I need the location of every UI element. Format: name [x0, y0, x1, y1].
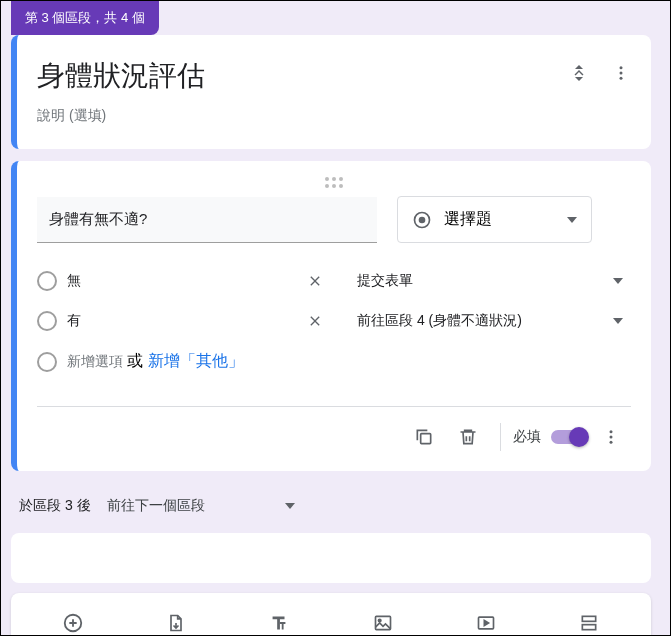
svg-point-8: [610, 441, 613, 444]
collapse-section-icon[interactable]: [559, 53, 599, 93]
svg-point-6: [610, 430, 613, 433]
section-title[interactable]: 身體狀況評估: [37, 57, 631, 95]
or-text: 或: [127, 352, 147, 369]
add-title-icon[interactable]: [261, 605, 297, 635]
remove-option-icon[interactable]: [307, 313, 347, 329]
question-type-label: 選擇題: [444, 209, 492, 230]
dropdown-arrow-icon: [285, 503, 295, 509]
goto-label: 提交表單: [357, 272, 413, 290]
section-badge: 第 3 個區段，共 4 個: [11, 1, 159, 35]
svg-rect-14: [583, 625, 596, 630]
svg-point-7: [610, 436, 613, 439]
svg-point-2: [620, 77, 623, 80]
option-text-input[interactable]: 無: [67, 272, 297, 290]
after-section-select[interactable]: 前往下一個區段: [107, 497, 295, 515]
divider: [37, 406, 631, 407]
after-section-value: 前往下一個區段: [107, 497, 205, 515]
add-other-button[interactable]: 新增「其他」: [148, 352, 244, 369]
required-toggle[interactable]: [551, 430, 587, 444]
radio-icon: [412, 210, 432, 230]
after-section-row: 於區段 3 後 前往下一個區段: [11, 481, 651, 533]
dropdown-arrow-icon: [613, 278, 623, 284]
section-header-card[interactable]: 身體狀況評估 說明 (選填): [11, 35, 651, 149]
add-section-icon[interactable]: [571, 605, 607, 635]
floating-toolbar: [11, 593, 651, 635]
add-question-icon[interactable]: [55, 605, 91, 635]
radio-empty-icon: [37, 271, 57, 291]
more-options-icon[interactable]: [591, 417, 631, 457]
next-card-placeholder[interactable]: [11, 533, 651, 583]
svg-point-11: [378, 619, 381, 622]
goto-label: 前往區段 4 (身體不適狀況): [357, 312, 522, 330]
question-type-select[interactable]: 選擇題: [397, 196, 592, 243]
drag-handle-icon[interactable]: [37, 177, 631, 188]
goto-select[interactable]: 提交表單: [357, 272, 631, 290]
separator: [500, 423, 501, 451]
dropdown-arrow-icon: [567, 217, 577, 223]
option-text-input[interactable]: 有: [67, 312, 297, 330]
question-text-input[interactable]: [37, 197, 377, 243]
option-row: 無 提交表單: [37, 261, 631, 301]
goto-select[interactable]: 前往區段 4 (身體不適狀況): [357, 312, 631, 330]
remove-option-icon[interactable]: [307, 273, 347, 289]
more-options-icon[interactable]: [601, 53, 641, 93]
radio-empty-icon: [37, 311, 57, 331]
import-questions-icon[interactable]: [158, 605, 194, 635]
dropdown-arrow-icon: [613, 318, 623, 324]
question-card[interactable]: 選擇題 無 提交表單: [11, 161, 651, 471]
add-video-icon[interactable]: [468, 605, 504, 635]
delete-icon[interactable]: [448, 417, 488, 457]
required-label: 必填: [513, 428, 541, 446]
after-section-label: 於區段 3 後: [19, 497, 91, 515]
svg-rect-5: [421, 434, 431, 444]
section-description[interactable]: 說明 (選填): [37, 107, 631, 125]
svg-point-1: [620, 72, 623, 75]
svg-point-0: [620, 66, 623, 69]
duplicate-icon[interactable]: [404, 417, 444, 457]
svg-point-4: [419, 216, 426, 223]
add-option-row: 新增選項 或 新增「其他」: [37, 341, 631, 382]
add-image-icon[interactable]: [365, 605, 401, 635]
radio-empty-icon: [37, 352, 57, 372]
svg-rect-13: [583, 616, 596, 621]
add-option-button[interactable]: 新增選項: [67, 353, 123, 369]
option-row: 有 前往區段 4 (身體不適狀況): [37, 301, 631, 341]
